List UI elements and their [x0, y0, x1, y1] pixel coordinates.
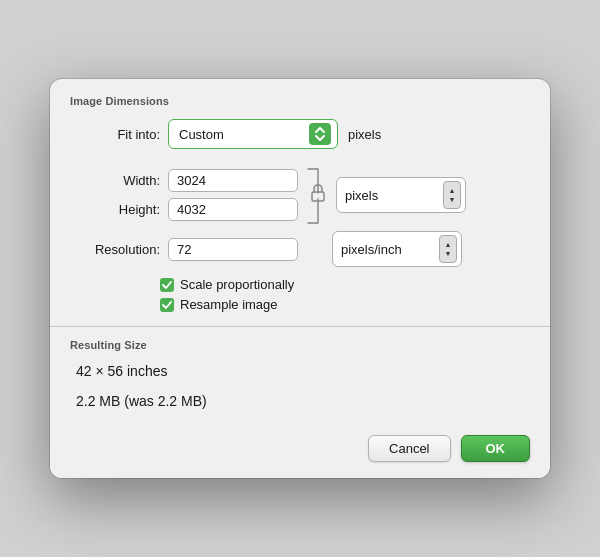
fit-into-value: Custom: [179, 127, 303, 142]
ok-button[interactable]: OK: [461, 435, 531, 462]
height-label: Height:: [80, 202, 160, 217]
resolution-label: Resolution:: [80, 242, 160, 257]
resolution-unit-value: pixels/inch: [341, 242, 439, 257]
dialog-footer: Cancel OK: [50, 423, 550, 478]
wh-fields: Width: Height:: [80, 169, 298, 221]
lock-bracket: [304, 167, 332, 225]
width-row: Width:: [80, 169, 298, 192]
resample-label: Resample image: [180, 297, 278, 312]
pixels-unit-select[interactable]: pixels ▲ ▼: [336, 177, 466, 213]
resolution-input[interactable]: [168, 238, 298, 261]
section-title: Image Dimensions: [70, 95, 530, 107]
wh-section: Width: Height:: [70, 165, 530, 225]
fit-into-row: Fit into: Custom pixels: [70, 119, 530, 149]
resolution-unit-stepper[interactable]: ▲ ▼: [439, 235, 457, 263]
fit-into-label: Fit into:: [80, 127, 160, 142]
stepper-up-icon[interactable]: ▲: [449, 187, 456, 194]
pixels-unit-value: pixels: [345, 188, 443, 203]
resolution-stepper-up-icon[interactable]: ▲: [445, 241, 452, 248]
resulting-size-title: Resulting Size: [70, 339, 530, 351]
cancel-button[interactable]: Cancel: [368, 435, 450, 462]
width-input[interactable]: [168, 169, 298, 192]
resample-checkbox[interactable]: [160, 298, 174, 312]
resolution-row: Resolution: pixels/inch ▲ ▼: [70, 231, 530, 267]
scale-checkbox[interactable]: [160, 278, 174, 292]
scale-proportionally-row[interactable]: Scale proportionally: [160, 277, 530, 292]
pixels-unit-stepper[interactable]: ▲ ▼: [443, 181, 461, 209]
fit-into-arrow[interactable]: [309, 123, 331, 145]
scale-label: Scale proportionally: [180, 277, 294, 292]
height-row: Height:: [80, 198, 298, 221]
resolution-unit-select[interactable]: pixels/inch ▲ ▼: [332, 231, 462, 267]
stepper-down-icon[interactable]: ▼: [449, 196, 456, 203]
resulting-size-section: Resulting Size 42 × 56 inches 2.2 MB (wa…: [50, 327, 550, 423]
fit-into-select[interactable]: Custom: [168, 119, 338, 149]
image-dimensions-dialog: Image Dimensions Fit into: Custom pixels: [50, 79, 550, 478]
width-label: Width:: [80, 173, 160, 188]
resample-row[interactable]: Resample image: [160, 297, 530, 312]
height-input[interactable]: [168, 198, 298, 221]
image-dimensions-section: Image Dimensions Fit into: Custom pixels: [50, 79, 550, 327]
checkboxes-group: Scale proportionally Resample image: [70, 277, 530, 312]
fit-into-suffix: pixels: [348, 127, 381, 142]
resolution-stepper-down-icon[interactable]: ▼: [445, 250, 452, 257]
resulting-filesize: 2.2 MB (was 2.2 MB): [70, 393, 530, 409]
resulting-dimensions: 42 × 56 inches: [70, 363, 530, 379]
